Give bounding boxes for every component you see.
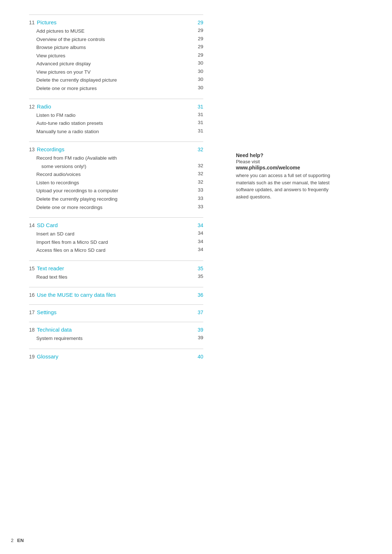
list-item: some versions only!)32	[36, 163, 203, 170]
list-item-page: 31	[193, 112, 203, 119]
section-number-18: 18	[29, 327, 35, 333]
list-item: Delete one or more pictures30	[36, 85, 203, 92]
list-item-page: 31	[193, 120, 203, 127]
section-header-18: 18Technical data39	[29, 327, 203, 333]
list-item-page: 29	[193, 28, 203, 35]
list-item-text: View pictures	[36, 52, 65, 59]
footer-page-number: 2	[11, 538, 13, 543]
list-item-page: 33	[193, 204, 203, 211]
section-items-12: Listen to FM radio31Auto-tune radio stat…	[29, 112, 203, 135]
list-item-page: 29	[193, 52, 203, 59]
list-item: Listen to recordings32	[36, 179, 203, 186]
section-number-12: 12	[29, 104, 35, 110]
section-number-11: 11	[29, 20, 35, 25]
list-item-text: Listen to FM radio	[36, 112, 75, 119]
list-item-text: Record audio/voices	[36, 171, 81, 178]
section-19: 19Glossary40	[29, 349, 203, 360]
help-section: Need help? Please visit www.philips.com/…	[236, 152, 338, 200]
section-title-11: Pictures	[37, 19, 57, 25]
right-panel: Need help? Please visit www.philips.com/…	[221, 0, 374, 215]
section-number-14: 14	[29, 222, 35, 228]
section-number-15: 15	[29, 266, 35, 271]
section-header-19: 19Glossary40	[29, 353, 203, 360]
list-item: Auto-tune radio station presets31	[36, 120, 203, 127]
section-header-11: 11Pictures29	[29, 19, 203, 25]
section-page-13: 32	[197, 147, 203, 152]
section-title-18: Technical data	[37, 327, 72, 333]
section-page-16: 36	[197, 292, 203, 298]
list-item-page: 33	[193, 187, 203, 194]
list-item: View pictures on your TV30	[36, 69, 203, 76]
list-item-page: 30	[193, 60, 203, 67]
section-header-15: 15Text reader35	[29, 265, 203, 271]
section-page-18: 39	[197, 327, 203, 333]
section-number-19: 19	[29, 354, 35, 360]
list-item-page: 39	[193, 335, 203, 342]
section-items-11: Add pictures to MUSE29Overview of the pi…	[29, 28, 203, 92]
section-title-17: Settings	[37, 309, 57, 315]
list-item: Advanced picture display30	[36, 60, 203, 67]
list-item-page: 32	[193, 163, 203, 170]
help-visit-label: Please visit	[236, 159, 338, 164]
section-items-15: Read text files35	[29, 274, 203, 281]
section-page-17: 37	[197, 309, 203, 315]
section-header-14: 14SD Card34	[29, 222, 203, 228]
list-item-page: 33	[193, 196, 203, 203]
toc-page: 11Pictures29Add pictures to MUSE29Overvi…	[11, 0, 221, 388]
list-item: Delete the currently displayed picture30	[36, 77, 203, 84]
list-item: System requirements39	[36, 335, 203, 342]
list-item: Delete the currently playing recording33	[36, 196, 203, 203]
section-15: 15Text reader35Read text files35	[29, 260, 203, 281]
list-item-text: Delete the currently playing recording	[36, 196, 118, 203]
section-title-16: Use the MUSE to carry data files	[37, 292, 116, 298]
help-description: where you can access a full set of suppo…	[236, 172, 338, 200]
list-item: Import files from a Micro SD card34	[36, 239, 203, 246]
list-item: Listen to FM radio31	[36, 112, 203, 119]
section-title-12: Radio	[37, 103, 51, 110]
list-item-page: 35	[193, 274, 203, 281]
list-item-page: 32	[193, 171, 203, 178]
section-header-13: 13Recordings32	[29, 146, 203, 152]
list-item-text: Listen to recordings	[36, 179, 79, 186]
section-page-19: 40	[197, 354, 203, 360]
list-item-text: Access files on a Micro SD card	[36, 247, 106, 254]
list-item-text: Record from FM radio (Available with	[36, 155, 117, 162]
list-item: Record audio/voices32	[36, 171, 203, 178]
section-16: 16Use the MUSE to carry data files36	[29, 287, 203, 298]
list-item-page: 29	[193, 44, 203, 51]
section-title-15: Text reader	[37, 265, 64, 271]
section-page-14: 34	[197, 222, 203, 228]
list-item: Access files on a Micro SD card34	[36, 247, 203, 254]
list-item: Insert an SD card34	[36, 230, 203, 238]
list-item-page: 30	[193, 69, 203, 76]
list-item: Overview of the picture controls29	[36, 36, 203, 43]
list-item: Read text files35	[36, 274, 203, 281]
list-item-page: 34	[193, 247, 203, 254]
section-header-17: 17Settings37	[29, 309, 203, 315]
list-item-text: Overview of the picture controls	[36, 36, 105, 43]
section-items-18: System requirements39	[29, 335, 203, 342]
section-page-12: 31	[197, 104, 203, 110]
list-item: Upload your recordings to a computer33	[36, 187, 203, 194]
list-item-text: Advanced picture display	[36, 60, 91, 67]
section-page-11: 29	[197, 20, 203, 25]
list-item-page: 31	[193, 128, 203, 135]
section-12: 12Radio31Listen to FM radio31Auto-tune r…	[29, 99, 203, 135]
section-items-14: Insert an SD card34Import files from a M…	[29, 230, 203, 254]
list-item: Add pictures to MUSE29	[36, 28, 203, 35]
list-item-text: System requirements	[36, 335, 83, 342]
section-11: 11Pictures29Add pictures to MUSE29Overvi…	[29, 15, 203, 92]
list-item-text: Delete one or more pictures	[36, 85, 97, 92]
list-item-page: 34	[193, 230, 203, 238]
section-18: 18Technical data39System requirements39	[29, 322, 203, 342]
section-header-12: 12Radio31	[29, 103, 203, 110]
list-item-text: some versions only!)	[36, 163, 86, 170]
section-page-15: 35	[197, 266, 203, 271]
section-17: 17Settings37	[29, 304, 203, 315]
list-item-text: Import files from a Micro SD card	[36, 239, 108, 246]
section-number-17: 17	[29, 309, 35, 315]
section-header-16: 16Use the MUSE to carry data files36	[29, 292, 203, 298]
list-item: Record from FM radio (Available with	[36, 155, 203, 162]
list-item-text: View pictures on your TV	[36, 69, 91, 76]
list-item-page: 34	[193, 239, 203, 246]
